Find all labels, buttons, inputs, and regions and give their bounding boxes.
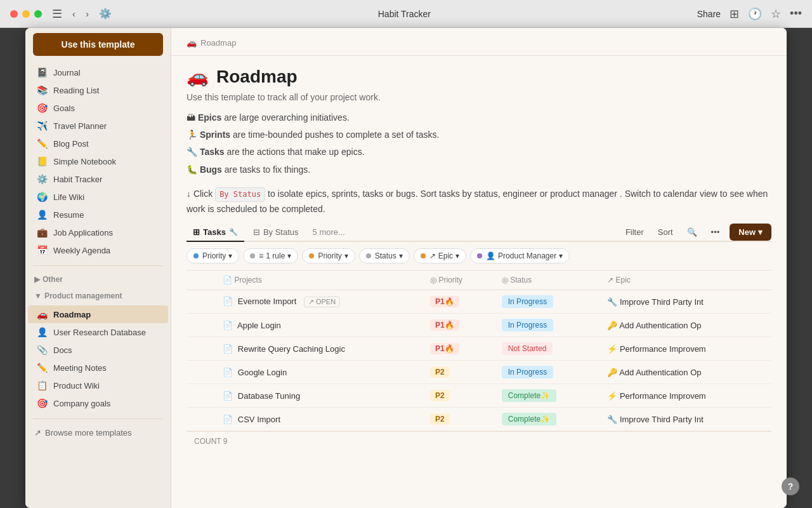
- row-priority[interactable]: P2: [422, 361, 494, 384]
- sidebar-item-goals[interactable]: 🎯 Goals: [28, 99, 168, 117]
- row-add-icon[interactable]: +: [194, 391, 199, 401]
- row-drag-icon[interactable]: ⠿: [202, 368, 207, 377]
- row-add-icon[interactable]: +: [194, 320, 199, 330]
- sidebar-item-user-research[interactable]: 👤 User Research Database: [28, 323, 168, 341]
- sidebar-item-company-goals[interactable]: 🎯 Company goals: [28, 394, 168, 412]
- browse-more-templates[interactable]: ↗ Browse more templates: [25, 423, 171, 443]
- sidebar-item-resume[interactable]: 👤 Resume: [28, 206, 168, 224]
- search-button[interactable]: 🔍: [683, 225, 701, 239]
- minimize-dot[interactable]: [22, 10, 30, 18]
- sidebar-item-blog-post[interactable]: ✏️ Blog Post: [28, 135, 168, 152]
- row-priority[interactable]: P2: [422, 408, 494, 431]
- row-add-icon[interactable]: +: [194, 344, 199, 354]
- sidebar-item-job-applications[interactable]: 💼 Job Applications: [28, 224, 168, 241]
- row-epic[interactable]: ⚡ Performance Improvem: [599, 384, 771, 408]
- filter-priority-sort[interactable]: Priority ▾: [187, 248, 239, 264]
- row-project-name[interactable]: 📄 Apple Login: [215, 314, 422, 337]
- use-template-button[interactable]: Use this template: [33, 33, 163, 56]
- more-icon[interactable]: •••: [790, 7, 802, 20]
- maximize-dot[interactable]: [34, 10, 42, 18]
- new-dropdown-icon: ▾: [758, 227, 763, 237]
- tab-tasks[interactable]: ⊞ Tasks 🔧: [187, 224, 244, 242]
- row-status[interactable]: Complete✨: [494, 384, 599, 408]
- doc-icon: 📄: [223, 321, 233, 330]
- more-options-button[interactable]: •••: [707, 225, 724, 239]
- meeting-icon: ✏️: [37, 363, 48, 373]
- row-epic[interactable]: 🔧 Improve Third Party Int: [599, 408, 771, 431]
- th-priority[interactable]: ◎ Priority: [422, 271, 494, 290]
- sidebar-item-reading-list[interactable]: 📚 Reading List: [28, 81, 168, 99]
- row-project-name[interactable]: 📄 Google Login: [215, 361, 422, 384]
- tabs-more[interactable]: 5 more...: [308, 224, 350, 241]
- blog-icon: ✏️: [37, 138, 48, 149]
- row-status[interactable]: Complete✨: [494, 408, 599, 431]
- by-status-badge: By Status: [215, 187, 265, 202]
- status-badge: Complete✨: [502, 389, 556, 402]
- history-icon[interactable]: 🕐: [748, 7, 762, 21]
- row-actions-cell: + ⠿: [187, 361, 215, 384]
- new-button[interactable]: New ▾: [730, 224, 771, 241]
- row-epic[interactable]: 🔑 Add Authentication Op: [599, 314, 771, 337]
- close-dot[interactable]: [10, 10, 18, 18]
- share-button[interactable]: Share: [697, 9, 721, 19]
- sidebar-item-meeting-notes[interactable]: ✏️ Meeting Notes: [28, 359, 168, 377]
- tab-tasks-sub: 🔧: [229, 228, 238, 236]
- row-status[interactable]: Not Started: [494, 337, 599, 361]
- star-icon[interactable]: ☆: [771, 7, 781, 21]
- filter-status[interactable]: Status ▾: [359, 248, 410, 264]
- sidebar-item-simple-notebook[interactable]: 📒 Simple Notebook: [28, 152, 168, 170]
- row-project-name[interactable]: 📄 CSV Import: [215, 408, 422, 431]
- row-priority[interactable]: P1🔥: [422, 337, 494, 361]
- row-epic[interactable]: 🔑 Add Authentication Op: [599, 361, 771, 384]
- row-project-name[interactable]: 📄 Database Tuning: [215, 384, 422, 408]
- back-button[interactable]: ‹: [70, 7, 78, 20]
- row-status[interactable]: In Progress: [494, 290, 599, 314]
- rules-icon: ≡: [259, 251, 263, 260]
- sidebar-item-life-wiki[interactable]: 🌍 Life Wiki: [28, 188, 168, 206]
- th-projects[interactable]: 📄 Projects: [215, 271, 422, 290]
- tab-by-status[interactable]: ⊟ By Status: [247, 224, 305, 242]
- row-epic[interactable]: 🔧 Improve Third Party Int: [599, 290, 771, 314]
- row-drag-icon[interactable]: ⠿: [202, 297, 207, 306]
- sidebar-item-weekly-agenda[interactable]: 📅 Weekly Agenda: [28, 241, 168, 259]
- sidebar-item-product-wiki[interactable]: 📋 Product Wiki: [28, 377, 168, 394]
- filter-epic[interactable]: ↗ Epic ▾: [414, 248, 466, 264]
- row-project-name[interactable]: 📄 Rewrite Query Caching Logic: [215, 337, 422, 361]
- sidebar-item-habit-tracker[interactable]: ⚙️ Habit Tracker: [28, 170, 168, 188]
- row-drag-icon[interactable]: ⠿: [202, 391, 207, 400]
- row-add-icon[interactable]: +: [194, 367, 199, 377]
- row-priority[interactable]: P1🔥: [422, 290, 494, 314]
- sidebar-item-travel-planner[interactable]: ✈️ Travel Planner: [28, 117, 168, 135]
- row-epic[interactable]: ⚡ Performance Improvem: [599, 337, 771, 361]
- filter-product-manager[interactable]: 👤 Product Manager ▾: [470, 248, 570, 264]
- th-epic[interactable]: ↗ Epic: [599, 271, 771, 290]
- row-status[interactable]: In Progress: [494, 314, 599, 337]
- forward-button[interactable]: ›: [83, 7, 91, 20]
- sidebar-product-section[interactable]: ▼ Product management: [25, 286, 171, 303]
- count-value: 9: [223, 437, 228, 446]
- priority-col-icon: ◎: [430, 276, 436, 284]
- grid-icon[interactable]: ⊞: [730, 7, 739, 21]
- row-add-icon[interactable]: +: [194, 297, 199, 307]
- sidebar-item-roadmap[interactable]: 🚗 Roadmap: [28, 305, 168, 323]
- sort-button[interactable]: Sort: [654, 225, 677, 239]
- th-status[interactable]: ◎ Status: [494, 271, 599, 290]
- sidebar-item-journal[interactable]: 📓 Journal: [28, 64, 168, 81]
- filter-rules[interactable]: ≡ 1 rule ▾: [243, 248, 298, 264]
- filter-button[interactable]: Filter: [622, 225, 648, 239]
- row-drag-icon[interactable]: ⠿: [202, 415, 207, 424]
- row-drag-icon[interactable]: ⠿: [202, 344, 207, 353]
- row-add-icon[interactable]: +: [194, 414, 199, 424]
- table-container: 📄 Projects ◎ Priority ◎ Status: [187, 271, 771, 451]
- table-row: + ⠿ 📄 Google Login P2: [187, 361, 771, 384]
- row-project-name[interactable]: 📄 Evernote Import ↗ OPEN: [215, 290, 422, 314]
- help-button[interactable]: ?: [782, 478, 799, 495]
- filter-priority[interactable]: Priority ▾: [302, 248, 355, 264]
- row-drag-icon[interactable]: ⠿: [202, 321, 207, 330]
- sidebar-other-section[interactable]: ▶ Other: [25, 270, 171, 286]
- row-status[interactable]: In Progress: [494, 361, 599, 384]
- menu-icon[interactable]: ☰: [52, 7, 62, 21]
- row-priority[interactable]: P2: [422, 384, 494, 408]
- row-priority[interactable]: P1🔥: [422, 314, 494, 337]
- sidebar-item-docs[interactable]: 📎 Docs: [28, 341, 168, 359]
